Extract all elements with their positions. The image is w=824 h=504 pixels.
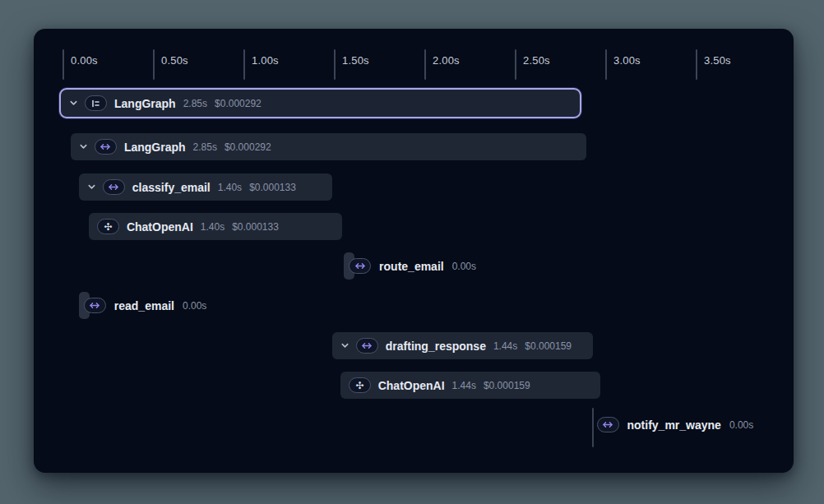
expand-toggle[interactable] — [340, 341, 350, 350]
ruler-tick-label: 2.00s — [433, 54, 460, 67]
span-row[interactable]: drafting_response1.44s$0.000159 — [332, 332, 593, 359]
ruler-tick-line — [605, 49, 607, 80]
span-type-badge — [103, 179, 125, 195]
span-label-group[interactable]: notify_mr_wayne0.00s — [597, 411, 754, 438]
span-name: LangGraph — [124, 141, 186, 154]
span-name: classify_email — [132, 181, 211, 194]
span-duration: 2.85s — [193, 141, 217, 153]
span-name: ChatOpenAI — [378, 379, 445, 392]
span-bar[interactable]: drafting_response1.44s$0.000159 — [332, 332, 593, 359]
chain-arrow-icon — [361, 342, 373, 349]
span-bar[interactable]: ✣ChatOpenAI1.44s$0.000159 — [340, 372, 601, 399]
span-type-badge — [356, 338, 378, 354]
ruler-tick-line — [334, 49, 336, 80]
ruler-tick-label: 2.50s — [523, 54, 550, 67]
chevron-down-icon — [79, 142, 88, 151]
chain-arrow-icon — [108, 183, 119, 191]
span-name: notify_mr_wayne — [627, 418, 721, 432]
chevron-down-icon — [69, 99, 78, 108]
span-bar[interactable]: classify_email1.40s$0.000133 — [79, 173, 332, 201]
span-type-badge — [84, 298, 106, 313]
span-duration: 0.00s — [729, 419, 753, 431]
span-cost: $0.000292 — [225, 141, 271, 153]
ruler-tick-label: 0.50s — [161, 54, 188, 67]
expand-toggle[interactable] — [79, 142, 88, 151]
span-type-badge: ✣ — [349, 377, 371, 393]
graph-icon — [90, 99, 101, 109]
span-name: ChatOpenAI — [127, 220, 193, 234]
ruler-tick-label: 3.00s — [613, 54, 641, 67]
span-row[interactable]: LangGraph2.85s$0.000292 — [59, 88, 581, 118]
span-cost: $0.000159 — [484, 380, 530, 391]
expand-toggle[interactable] — [87, 183, 96, 192]
span-row[interactable]: notify_mr_wayne0.00s — [592, 411, 824, 438]
chevron-down-icon — [340, 341, 350, 350]
ruler-tick-label: 0.00s — [71, 54, 98, 67]
span-bar[interactable]: ✣ChatOpenAI1.40s$0.000133 — [89, 213, 342, 240]
span-cost: $0.000133 — [249, 182, 296, 193]
span-name: drafting_response — [386, 340, 486, 353]
span-label-group[interactable]: read_email0.00s — [84, 292, 207, 319]
span-type-badge: ✣ — [97, 219, 119, 234]
chain-arrow-icon — [602, 421, 613, 428]
span-duration: 2.85s — [183, 98, 207, 109]
span-bar[interactable]: LangGraph2.85s$0.000292 — [59, 88, 581, 118]
ruler-tick-line — [243, 49, 245, 80]
span-name: LangGraph — [114, 97, 176, 110]
ruler-tick-line — [515, 49, 516, 80]
span-type-badge — [85, 95, 107, 111]
span-duration: 1.40s — [218, 182, 242, 193]
trace-waterfall-panel: 0.00s0.50s1.00s1.50s2.00s2.50s3.00s3.50s… — [34, 29, 794, 473]
chain-arrow-icon — [89, 302, 100, 309]
span-type-badge — [597, 417, 619, 432]
ruler-tick-label: 1.00s — [252, 54, 279, 67]
chevron-down-icon — [87, 183, 96, 192]
span-duration: 0.00s — [452, 261, 476, 272]
span-row[interactable]: read_email0.00s — [79, 292, 326, 319]
span-row[interactable]: ✣ChatOpenAI1.44s$0.000159 — [340, 372, 601, 399]
span-row[interactable]: LangGraph2.85s$0.000292 — [71, 133, 586, 160]
ruler-tick-label: 1.50s — [342, 54, 369, 67]
span-duration: 0.00s — [183, 300, 206, 312]
span-type-badge — [95, 139, 117, 155]
span-name: read_email — [114, 299, 174, 312]
span-duration: 1.44s — [493, 340, 517, 352]
span-cost: $0.000292 — [215, 98, 262, 109]
chain-arrow-icon — [354, 262, 366, 270]
span-type-badge — [349, 258, 371, 274]
span-duration: 1.44s — [452, 380, 476, 391]
span-cost: $0.000133 — [232, 221, 279, 233]
span-label-group[interactable]: route_email0.00s — [349, 252, 476, 280]
span-row[interactable]: route_email0.00s — [344, 252, 590, 280]
span-row[interactable]: ✣ChatOpenAI1.40s$0.000133 — [89, 213, 342, 240]
openai-icon: ✣ — [104, 222, 112, 232]
span-cost: $0.000159 — [525, 340, 572, 352]
ruler-tick-line — [424, 49, 426, 80]
span-duration: 1.40s — [201, 221, 225, 233]
span-name: route_email — [379, 260, 444, 273]
span-row[interactable]: classify_email1.40s$0.000133 — [79, 173, 332, 201]
ruler-tick-label: 3.50s — [704, 54, 731, 67]
ruler-tick-line — [62, 49, 64, 80]
span-bar[interactable]: LangGraph2.85s$0.000292 — [71, 133, 586, 160]
ruler-tick-line — [153, 49, 155, 80]
ruler-tick-line — [696, 49, 697, 80]
expand-toggle[interactable] — [69, 99, 78, 108]
span-zero-duration-marker — [592, 408, 594, 447]
chain-arrow-icon — [100, 143, 111, 150]
openai-icon: ✣ — [355, 381, 363, 391]
